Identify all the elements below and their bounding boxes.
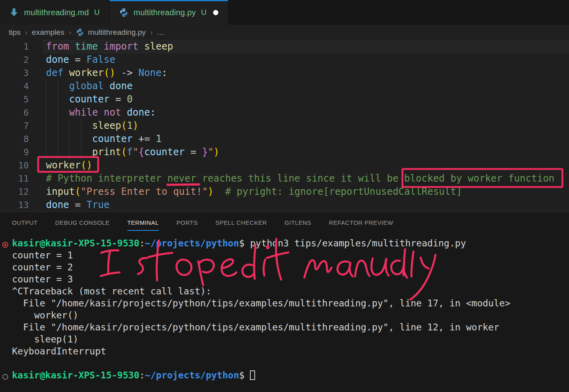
code-line: 7 sleep(1) (0, 119, 569, 132)
code-text: from time import sleep (46, 40, 173, 53)
code-text: def worker() -> None: (46, 66, 167, 80)
code-line: 12input("Press Enter to quit!") # pyrigh… (0, 185, 569, 198)
line-number: 5 (0, 93, 29, 106)
code-line: 4 global done (0, 80, 569, 93)
git-status-badge: U (94, 8, 100, 17)
line-number: 7 (0, 119, 29, 132)
git-status-badge: U (201, 8, 207, 17)
code-text: # Python interpreter never reaches this … (46, 172, 555, 185)
terminal-line: worker() (12, 309, 569, 321)
tab-multithreading-py[interactable]: multithreading.py U (110, 0, 228, 25)
panel-tab-gitlens[interactable]: GITLENS (284, 216, 311, 231)
tab-multithreading-md[interactable]: multithreading.md U (0, 0, 110, 25)
bottom-panel: OUTPUT DEBUG CONSOLE TERMINAL PORTS SPEL… (0, 212, 569, 392)
chevron-right-icon: › (25, 28, 28, 37)
terminal-line: kasir@kasir-XPS-15-9530:~/projects/pytho… (12, 237, 569, 249)
code-line: 6 while not done: (0, 106, 569, 119)
line-number: 12 (0, 185, 29, 198)
panel-tab-refactor-preview[interactable]: REFACTOR PREVIEW (329, 216, 393, 231)
code-text: done = True (46, 198, 110, 212)
code-line: 2done = False (0, 53, 569, 66)
breadcrumb-item-examples[interactable]: examples (32, 28, 64, 37)
python-icon (118, 7, 129, 18)
line-number: 3 (0, 66, 29, 80)
code-text: counter = 0 (46, 93, 133, 106)
code-line: 11# Python interpreter never reaches thi… (0, 172, 569, 185)
command-failed-icon[interactable] (2, 239, 9, 246)
line-number: 6 (0, 106, 29, 119)
line-number: 10 (0, 159, 29, 172)
chevron-right-icon: › (69, 28, 71, 37)
code-line: 5 counter = 0 (0, 93, 569, 106)
code-text: while not done: (46, 106, 156, 119)
line-number: 11 (0, 172, 29, 185)
command-idle-circle-icon[interactable] (2, 371, 9, 378)
code-text: input("Press Enter to quit!") # pyright:… (46, 185, 462, 198)
terminal-line: File "/home/kasir/projects/python/tips/e… (12, 321, 569, 333)
code-text: print(f"{counter = }") (46, 146, 220, 159)
tab-label: multithreading.md (24, 8, 89, 17)
terminal-line: counter = 1 (12, 249, 569, 261)
breadcrumb-item-symbol[interactable]: … (157, 28, 165, 37)
terminal-line: kasir@kasir-XPS-15-9530:~/projects/pytho… (12, 369, 569, 381)
terminal-line: KeyboardInterrupt (12, 345, 569, 357)
terminal-line: counter = 3 (12, 273, 569, 285)
line-number: 8 (0, 132, 29, 146)
code-line: 10worker() (0, 159, 569, 172)
terminal-cursor (250, 370, 255, 380)
terminal[interactable]: kasir@kasir-XPS-15-9530:~/projects/pytho… (0, 235, 569, 381)
tab-label: multithreading.py (134, 8, 196, 17)
breadcrumb-item-tips[interactable]: tips (9, 28, 21, 37)
terminal-line: counter = 2 (12, 261, 569, 273)
terminal-line: sleep(1) (12, 333, 569, 345)
code-line: 8 counter += 1 (0, 132, 569, 146)
code-editor[interactable]: 1from time import sleep2done = False3def… (0, 40, 569, 212)
breadcrumb-item-file[interactable]: multithreading.py (88, 28, 146, 37)
python-icon (76, 28, 84, 37)
terminal-line (12, 357, 569, 369)
breadcrumb: tips › examples › multithreading.py › … (0, 25, 569, 40)
vscode-window: multithreading.md U multithreading.py U … (0, 0, 569, 392)
markdown-arrow-icon (9, 7, 19, 18)
chevron-right-icon: › (150, 28, 153, 37)
tab-bar-empty-space (228, 0, 569, 25)
panel-tab-ports[interactable]: PORTS (176, 216, 198, 231)
panel-tab-debug-console[interactable]: DEBUG CONSOLE (55, 216, 110, 231)
panel-tab-spell-checker[interactable]: SPELL CHECKER (216, 216, 267, 231)
code-line: 13done = True (0, 198, 569, 212)
line-number: 4 (0, 80, 29, 93)
code-text: global done (46, 80, 133, 93)
panel-tab-bar: OUTPUT DEBUG CONSOLE TERMINAL PORTS SPEL… (0, 212, 569, 235)
line-number: 2 (0, 53, 29, 66)
code-text: sleep(1) (46, 119, 138, 132)
code-line: 3def worker() -> None: (0, 66, 569, 80)
terminal-line: ^CTraceback (most recent call last): (12, 285, 569, 297)
code-text: done = False (46, 53, 115, 66)
line-number: 13 (0, 198, 29, 212)
editor-tab-bar: multithreading.md U multithreading.py U (0, 0, 569, 25)
code-text: counter += 1 (46, 132, 162, 146)
line-number: 9 (0, 146, 29, 159)
panel-tab-terminal[interactable]: TERMINAL (127, 216, 159, 231)
panel-tab-output[interactable]: OUTPUT (12, 216, 38, 231)
modified-dot-icon[interactable] (213, 10, 218, 15)
code-line: 9 print(f"{counter = }") (0, 146, 569, 159)
code-line: 1from time import sleep (0, 40, 569, 53)
terminal-line: File "/home/kasir/projects/python/tips/e… (12, 297, 569, 309)
code-text: worker() (46, 159, 92, 172)
line-number: 1 (0, 40, 29, 53)
